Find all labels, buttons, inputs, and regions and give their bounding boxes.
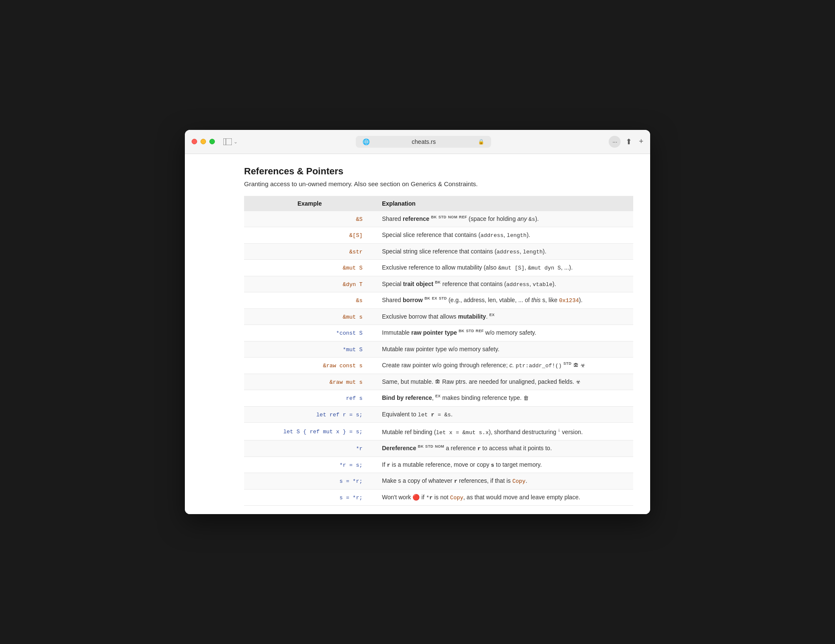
chevron-down-icon: ⌄	[233, 139, 238, 145]
address-bar[interactable]: 🌐 cheats.rs 🔒	[356, 136, 491, 148]
code-hex: 0x1234	[559, 297, 579, 304]
table-row: *r = s; If r is a mutable reference, mov…	[244, 457, 633, 473]
traffic-lights	[192, 139, 215, 144]
code-example: let ref r = s;	[316, 412, 363, 418]
example-cell: s = *r;	[244, 473, 375, 490]
bold-trait: trait object	[403, 281, 434, 287]
table-row: &mut s Exclusive borrow that allows muta…	[244, 308, 633, 325]
emoji-deprecated2: 🏚	[435, 379, 440, 385]
code-example: *r = s;	[339, 462, 363, 468]
explanation-cell: Shared borrow BK EX STD (e.g., address, …	[375, 292, 633, 309]
badge-bk: BK	[435, 280, 441, 284]
example-cell: let ref r = s;	[244, 406, 375, 423]
table-row: *mut S Mutable raw pointer type w/o memo…	[244, 341, 633, 358]
explanation-cell: Make s a copy of whatever r references, …	[375, 473, 633, 490]
code-example: &mut s	[343, 314, 363, 320]
maximize-button[interactable]	[209, 139, 215, 144]
explanation-cell: Special trait object BK reference that c…	[375, 276, 633, 292]
col-explanation-header: Explanation	[375, 196, 633, 211]
table-row: ref s Bind by reference, EX makes bindin…	[244, 390, 633, 407]
titlebar: ⌄ 🌐 cheats.rs 🔒 ··· ⬆ +	[185, 130, 650, 154]
lock-icon: 🔒	[478, 139, 484, 145]
close-button[interactable]	[192, 139, 197, 144]
example-cell: *r	[244, 440, 375, 457]
bold-text: reference	[403, 215, 429, 222]
table-row: *r Dereference BK STD NOM a reference r …	[244, 440, 633, 457]
share-button[interactable]: ⬆	[626, 137, 632, 146]
page-subtitle: Granting access to un-owned memory. Also…	[244, 180, 633, 187]
table-row: &s Shared borrow BK EX STD (e.g., addres…	[244, 292, 633, 309]
bold-borrow: borrow	[403, 297, 423, 303]
table-row: &raw const s Create raw pointer w/o goin…	[244, 358, 633, 374]
explanation-cell: Bind by reference, EX makes binding refe…	[375, 390, 633, 407]
emoji-deprecated: 🏚	[573, 362, 579, 369]
page-content: References & Pointers Granting access to…	[185, 154, 650, 515]
badge-nom2: NOM	[435, 445, 444, 449]
code-star-r: *r	[426, 495, 433, 501]
minimize-button[interactable]	[201, 139, 206, 144]
example-cell: &[S]	[244, 227, 375, 244]
example-cell: &raw mut s	[244, 374, 375, 390]
table-row: let ref r = s; Equivalent to let r = &s.	[244, 406, 633, 423]
explanation-cell: Equivalent to let r = &s.	[375, 406, 633, 423]
code-s: s	[491, 462, 494, 468]
code-example: &str	[349, 249, 363, 255]
code-example: ref s	[346, 395, 363, 402]
example-cell: ref s	[244, 390, 375, 407]
explanation-cell: Same, but mutable. 🏚 Raw ptrs. are neede…	[375, 374, 633, 390]
example-cell: &raw const s	[244, 358, 375, 374]
table-row: &raw mut s Same, but mutable. 🏚 Raw ptrs…	[244, 374, 633, 390]
code-example: *r	[356, 446, 363, 452]
badge-bk: BK	[431, 215, 437, 219]
sidebar-icon	[223, 138, 232, 145]
col-example-header: Example	[244, 196, 375, 211]
code-example: s = *r;	[339, 495, 363, 501]
badge-std: STD	[563, 362, 571, 366]
badge-bk: BK	[459, 329, 464, 333]
code-example: &raw mut s	[330, 379, 363, 385]
explanation-cell: Mutable ref binding (let x = &mut s.x), …	[375, 423, 633, 440]
emoji-warning2: ☣	[576, 379, 581, 385]
sidebar-toggle[interactable]: ⌄	[223, 138, 238, 145]
code-example: &[S]	[349, 232, 363, 239]
explanation-cell: Mutable raw pointer type w/o memory safe…	[375, 341, 633, 358]
table-row: *const S Immutable raw pointer type BK S…	[244, 325, 633, 341]
example-cell: &mut S	[244, 260, 375, 276]
code-address: address	[481, 232, 504, 239]
badge-std: STD	[439, 297, 447, 301]
emoji-deprecated3: 🗑	[523, 395, 529, 401]
code-r: r	[478, 446, 481, 452]
code-mut-dyn: &mut dyn S	[528, 265, 561, 271]
code-copy: Copy	[512, 478, 525, 484]
code-example: s = *r;	[339, 478, 363, 484]
badge-std2: STD	[425, 445, 433, 449]
badge-std: STD	[438, 215, 446, 219]
page-title: References & Pointers	[244, 166, 633, 177]
new-tab-button[interactable]: +	[639, 137, 643, 146]
example-cell: s = *r;	[244, 489, 375, 506]
code-vtable: vtable	[533, 281, 552, 288]
table-row: &mut S Exclusive reference to allow muta…	[244, 260, 633, 276]
explanation-cell: If r is a mutable reference, move or cop…	[375, 457, 633, 473]
code-example: let S { ref mut x } = s;	[283, 429, 363, 435]
code-example: &dyn T	[343, 281, 363, 288]
address-bar-wrapper: 🌐 cheats.rs 🔒	[243, 136, 604, 148]
example-cell: let S { ref mut x } = s;	[244, 423, 375, 440]
italic-c: c.	[509, 362, 514, 369]
example-cell: &str	[244, 243, 375, 260]
table-header-row: Example Explanation	[244, 196, 633, 211]
badge-nom: NOM	[448, 215, 457, 219]
bold-raw-ptr: raw pointer type	[411, 329, 457, 336]
italic-this: this	[531, 297, 541, 303]
more-options-button[interactable]: ···	[609, 136, 621, 148]
toolbar-right: ⬆ +	[626, 137, 643, 146]
reference-table: Example Explanation &S Shared reference …	[244, 196, 633, 506]
svg-rect-0	[223, 138, 232, 145]
code-copy2: Copy	[450, 495, 463, 501]
bold-deref: Dereference	[382, 445, 416, 451]
badge-ex: EX	[489, 313, 495, 317]
example-cell: &S	[244, 211, 375, 227]
code-let: let r = &s	[418, 412, 451, 418]
code-length: length	[523, 249, 543, 255]
example-cell: &dyn T	[244, 276, 375, 292]
